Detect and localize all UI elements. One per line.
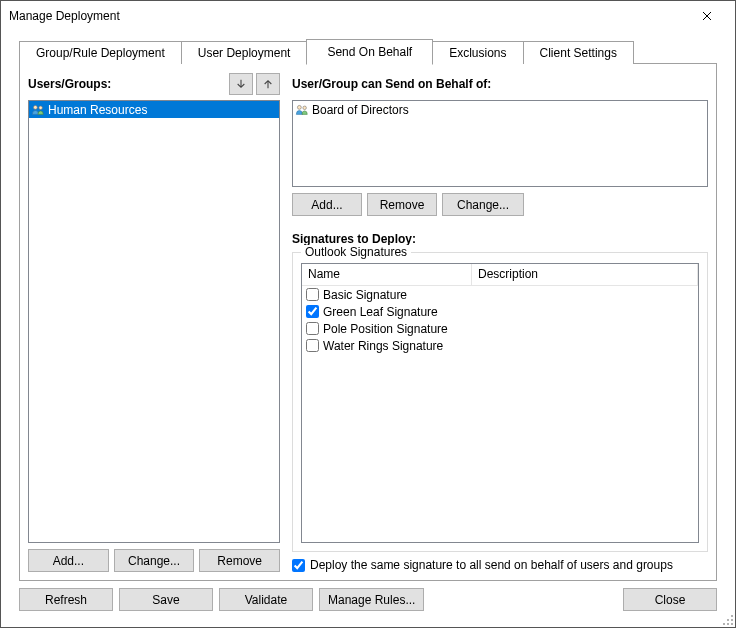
outlook-signatures-group: Outlook Signatures Name Description Basi… — [292, 252, 708, 552]
list-item[interactable]: Board of Directors — [293, 101, 707, 118]
signature-checkbox[interactable] — [306, 288, 319, 301]
svg-point-6 — [731, 619, 733, 621]
list-item-label: Board of Directors — [312, 103, 409, 117]
tab-send-on-behalf[interactable]: Send On Behalf — [306, 39, 433, 65]
groupbox-legend: Outlook Signatures — [301, 245, 411, 259]
svg-point-8 — [727, 623, 729, 625]
list-item-label: Human Resources — [48, 103, 147, 117]
users-add-button[interactable]: Add... — [28, 549, 109, 572]
bottom-button-bar: Refresh Save Validate Manage Rules... Cl… — [9, 582, 727, 619]
tab-exclusions[interactable]: Exclusions — [432, 41, 523, 64]
svg-point-9 — [731, 623, 733, 625]
right-column: User/Group can Send on Behalf of: Board … — [292, 72, 708, 572]
signature-checkbox[interactable] — [306, 305, 319, 318]
tab-group-rule-deployment[interactable]: Group/Rule Deployment — [19, 41, 182, 64]
move-down-button[interactable] — [229, 73, 253, 95]
svg-point-1 — [39, 106, 43, 110]
table-row[interactable]: Water Rings Signature — [302, 337, 698, 354]
svg-point-0 — [33, 105, 37, 109]
user-group-icon — [31, 103, 45, 117]
titlebar: Manage Deployment — [1, 1, 735, 31]
signature-checkbox[interactable] — [306, 322, 319, 335]
list-item[interactable]: Human Resources — [29, 101, 279, 118]
svg-point-3 — [303, 106, 307, 110]
tab-client-settings[interactable]: Client Settings — [523, 41, 634, 64]
refresh-button[interactable]: Refresh — [19, 588, 113, 611]
arrow-up-icon — [263, 78, 273, 90]
behalf-change-button[interactable]: Change... — [442, 193, 524, 216]
table-row[interactable]: Green Leaf Signature — [302, 303, 698, 320]
signatures-table: Name Description Basic Signature Green L… — [301, 263, 699, 543]
table-row[interactable]: Pole Position Signature — [302, 320, 698, 337]
behalf-list[interactable]: Board of Directors — [292, 100, 708, 187]
users-groups-list[interactable]: Human Resources — [28, 100, 280, 543]
user-group-icon — [295, 103, 309, 117]
deploy-all-checkbox[interactable] — [292, 559, 305, 572]
users-groups-column: Users/Groups: — [28, 72, 280, 572]
move-up-button[interactable] — [256, 73, 280, 95]
window-title: Manage Deployment — [9, 9, 120, 23]
svg-point-4 — [731, 615, 733, 617]
table-row[interactable]: Basic Signature — [302, 286, 698, 303]
svg-point-2 — [297, 105, 301, 109]
resize-grip-icon[interactable] — [720, 612, 734, 626]
deployment-dialog: Manage Deployment Group/Rule Deployment … — [0, 0, 736, 628]
manage-rules-button[interactable]: Manage Rules... — [319, 588, 424, 611]
signatures-label: Signatures to Deploy: — [292, 232, 708, 246]
signature-name: Water Rings Signature — [323, 339, 443, 353]
close-icon[interactable] — [687, 1, 727, 31]
deploy-all-label: Deploy the same signature to all send on… — [310, 558, 673, 572]
signature-name: Green Leaf Signature — [323, 305, 438, 319]
close-button[interactable]: Close — [623, 588, 717, 611]
table-header: Name Description — [302, 264, 698, 286]
users-groups-label: Users/Groups: — [28, 77, 111, 91]
tab-panel: Users/Groups: — [19, 63, 717, 581]
behalf-add-button[interactable]: Add... — [292, 193, 362, 216]
svg-point-7 — [723, 623, 725, 625]
svg-point-5 — [727, 619, 729, 621]
column-header-description[interactable]: Description — [472, 264, 698, 286]
users-change-button[interactable]: Change... — [114, 549, 195, 572]
signature-checkbox[interactable] — [306, 339, 319, 352]
save-button[interactable]: Save — [119, 588, 213, 611]
signature-name: Pole Position Signature — [323, 322, 448, 336]
validate-button[interactable]: Validate — [219, 588, 313, 611]
signature-name: Basic Signature — [323, 288, 407, 302]
tabstrip: Group/Rule Deployment User Deployment Se… — [19, 39, 717, 64]
behalf-remove-button[interactable]: Remove — [367, 193, 437, 216]
behalf-label: User/Group can Send on Behalf of: — [292, 77, 491, 91]
users-remove-button[interactable]: Remove — [199, 549, 280, 572]
column-header-name[interactable]: Name — [302, 264, 472, 286]
content-area: Group/Rule Deployment User Deployment Se… — [1, 31, 735, 627]
arrow-down-icon — [236, 78, 246, 90]
tab-user-deployment[interactable]: User Deployment — [181, 41, 308, 64]
